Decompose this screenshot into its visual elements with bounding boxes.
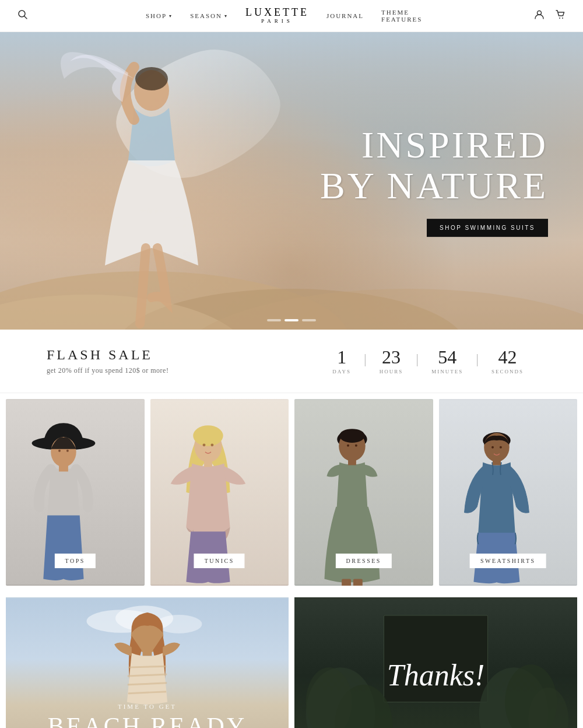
sweatshirts-label: SWEATSHIRTS [470,554,546,568]
tops-label: TOPS [55,554,96,568]
shop-chevron-icon: ▾ [169,13,173,19]
svg-point-21 [210,443,213,446]
countdown-timer: 1 DAYS | 23 HOURS | 54 MINUTES | 42 SECO… [319,348,536,374]
svg-rect-31 [353,579,363,586]
svg-point-36 [499,446,501,449]
svg-point-15 [66,450,69,452]
cart-icon[interactable] [555,9,566,22]
countdown-hours-label: HOURS [380,369,403,374]
header-left [17,9,28,22]
main-nav: SHOP ▾ SEASON ▾ LUXETTE PARIS JOURNAL TH… [146,7,437,24]
countdown-hours-value: 23 [382,348,401,366]
svg-rect-29 [348,460,356,466]
svg-rect-30 [342,579,351,586]
svg-point-3 [559,18,560,19]
category-grid: TOPS [0,393,583,592]
nav-journal[interactable]: JOURNAL [326,12,364,19]
category-tunics[interactable]: TUNICS [150,399,289,586]
tunics-label: TUNICS [194,554,245,568]
hero-text-block: INSPIRED BY NATURE SHOP SWIMMING SUITS [320,125,548,237]
svg-point-27 [347,444,349,447]
svg-point-26 [339,429,365,443]
hero-title-line1: INSPIRED [320,125,548,166]
countdown-seconds-value: 42 [498,348,517,366]
beach-main-text: BEACH READY [6,712,289,728]
countdown-minutes-label: MINUTES [431,369,463,374]
season-chevron-icon: ▾ [224,13,228,19]
hero-cta-button[interactable]: SHOP SWIMMING SUITS [427,219,548,237]
flash-sale-subtitle: get 20% off if you spend 120$ or more! [47,366,168,375]
nav-theme-features[interactable]: THEME FEATURES [381,9,437,23]
countdown-days: 1 DAYS [319,348,364,374]
hero-carousel-dots [267,319,316,321]
nav-shop[interactable]: SHOP ▾ [146,12,173,19]
svg-point-4 [562,18,563,19]
category-dresses[interactable]: DRESSES [294,399,433,586]
svg-point-20 [202,443,205,446]
nav-season[interactable]: SEASON ▾ [190,12,228,19]
panel-beach[interactable]: TIME TO GET BEACH READY [6,597,289,728]
countdown-seconds-label: SECONDS [491,369,524,374]
hero-dot-3[interactable] [302,319,316,321]
svg-point-19 [193,425,223,446]
search-icon[interactable] [17,9,28,22]
svg-point-35 [491,446,494,449]
category-sweatshirts[interactable]: SWEATSHIRTS [439,399,578,586]
hero-model-figure [58,44,245,330]
hero-section: INSPIRED BY NATURE SHOP SWIMMING SUITS [0,32,583,330]
svg-line-43 [128,666,166,667]
category-tops[interactable]: TOPS [6,399,145,586]
countdown-seconds: 42 SECONDS [479,348,536,374]
hero-dot-1[interactable] [267,319,281,321]
site-logo[interactable]: LUXETTE PARIS [245,7,309,24]
flash-sale-section: FLASH SALE get 20% off if you spend 120$… [0,330,583,393]
countdown-hours: 23 HOURS [367,348,416,374]
countdown-minutes-value: 54 [438,348,456,366]
flash-sale-title: FLASH SALE [47,347,168,363]
countdown-days-value: 1 [337,348,346,366]
svg-point-28 [355,444,357,447]
countdown-minutes: 54 MINUTES [419,348,476,374]
account-icon[interactable] [534,9,545,22]
thanks-text: Thanks! [387,657,485,692]
header-right [534,9,566,22]
flash-sale-info: FLASH SALE get 20% off if you spend 120$… [47,347,168,375]
site-header: SHOP ▾ SEASON ▾ LUXETTE PARIS JOURNAL TH… [0,0,583,32]
panel-thanks[interactable]: Thanks! [294,597,577,728]
beach-panel-text: TIME TO GET BEACH READY [6,703,289,728]
svg-point-14 [58,450,61,452]
svg-point-10 [135,67,168,90]
dresses-label: DRESSES [336,554,392,568]
svg-rect-16 [59,464,68,472]
countdown-days-label: DAYS [332,369,351,374]
hero-title-line2: BY NATURE [320,166,548,207]
svg-rect-47 [143,650,152,656]
svg-line-1 [24,16,27,19]
bottom-panels: TIME TO GET BEACH READY [0,592,583,728]
hero-dot-2[interactable] [285,319,298,321]
svg-rect-22 [204,460,212,467]
svg-rect-37 [493,460,501,466]
beach-sub-text: TIME TO GET [6,703,289,710]
